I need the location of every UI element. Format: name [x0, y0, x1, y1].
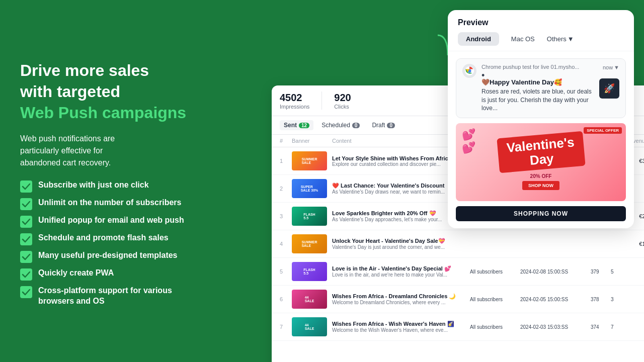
tab-android[interactable]: Android [458, 32, 499, 46]
table-row: 6 44SALE Wishes From Africa - Dreamland … [272, 286, 644, 313]
svg-rect-2 [20, 216, 32, 228]
shop-now-button[interactable]: SHOP NOW [522, 181, 559, 190]
feature-text-4: Schedule and promote flash sales [38, 233, 169, 243]
impressions-label: Impressions [280, 104, 309, 110]
preview-title: Preview [458, 18, 624, 27]
check-icon-4 [20, 233, 32, 245]
notification-time: now ▼ [603, 64, 619, 70]
right-panel: 4502 Impressions 920 Clicks Sent 12 Sche… [257, 0, 644, 362]
check-icon-1 [20, 180, 32, 193]
banner-thumb-2: SUPERSALE 30% [292, 179, 327, 198]
shopping-now-button[interactable]: SHOPPING NOW [456, 206, 626, 221]
feature-item-5: Many useful pre-designed templates [20, 250, 236, 263]
tab-sent[interactable]: Sent 12 [280, 120, 313, 130]
feature-text-5: Many useful pre-designed templates [38, 250, 178, 261]
tab-others[interactable]: Others ▼ [547, 35, 574, 43]
feature-item-7: Cross-platform support for variousbrowse… [20, 286, 236, 307]
feature-text-7: Cross-platform support for variousbrowse… [38, 286, 172, 307]
special-offer-badge: SPECIAL OFFER [584, 127, 622, 134]
notification-text: Roses are red, violets are blue, our dea… [481, 87, 595, 113]
notification-meta: Chrome pushup test for live 01.mysho... … [481, 64, 619, 113]
table-row: 4 SUMMERSALE Unlock Your Heart - Valenti… [272, 230, 644, 258]
banner-thumb-6: 44SALE [292, 290, 327, 309]
impressions-stat: 4502 Impressions [280, 92, 309, 110]
banner-thumb-4: SUMMERSALE [292, 234, 327, 253]
tab-macos[interactable]: Mac OS [503, 32, 543, 46]
tab-scheduled[interactable]: Scheduled 0 [317, 120, 364, 130]
notification-image: 🚀 [599, 78, 619, 99]
notification-title: 🤎Happy Valentine Day🥰 [481, 78, 595, 86]
check-icon-6 [20, 268, 32, 281]
svg-rect-6 [20, 286, 32, 298]
feature-text-1: Subscribe with just one click [38, 180, 149, 191]
svg-rect-3 [20, 233, 32, 245]
table-row: 5 FLASH5.5 Love is in the Air - Valentin… [272, 258, 644, 286]
banner-thumb-3: FLASH5.5 [292, 207, 327, 226]
preview-card: Preview Android Mac OS Others ▼ [448, 10, 634, 228]
notification-source: Chrome pushup test for live 01.mysho... [481, 64, 579, 70]
feature-item-2: Unlimit on the number of subscribers [20, 198, 236, 210]
feature-text-6: Quickly create PWA [38, 268, 114, 279]
feature-item-3: Unified popup for email and web push [20, 215, 236, 228]
check-icon-7 [20, 286, 32, 298]
hero-description: Web push notifications areparticularly e… [20, 133, 236, 169]
check-icon-5 [20, 251, 32, 263]
feature-text-2: Unlimit on the number of subscribers [38, 198, 181, 208]
chrome-icon [462, 64, 476, 78]
banner-thumb-5: FLASH5.5 [292, 262, 327, 281]
feature-item-4: Schedule and promote flash sales [20, 233, 236, 245]
svg-rect-0 [20, 180, 32, 193]
notification-bar: Chrome pushup test for live 01.mysho... … [456, 58, 626, 118]
feature-item-6: Quickly create PWA [20, 268, 236, 281]
preview-tabs: Android Mac OS Others ▼ [458, 32, 624, 46]
feature-text-3: Unified popup for email and web push [38, 215, 184, 226]
banner-thumb-1: SUMMERSALE [292, 151, 327, 170]
tab-draft[interactable]: Draft 0 [368, 120, 399, 130]
table-row: 7 44SALE Wishes From Africa - Wish Weave… [272, 313, 644, 341]
svg-rect-1 [20, 198, 32, 210]
feature-list: Subscribe with just one click Unlimit on… [20, 180, 236, 307]
clicks-label: Clicks [334, 104, 351, 110]
banner-thumb-7: 44SALE [292, 317, 327, 336]
check-icon-2 [20, 198, 32, 210]
svg-rect-5 [20, 268, 32, 281]
clicks-value: 920 [334, 92, 351, 104]
feature-item-1: Subscribe with just one click [20, 180, 236, 193]
preview-body: Chrome pushup test for live 01.mysho... … [448, 51, 634, 228]
stats-divider [321, 92, 322, 110]
valentine-title: Valentine'sDay [497, 131, 585, 173]
valentine-card-image: 💕💕 SPECIAL OFFER Valentine'sDay 20% OFF … [456, 123, 626, 201]
svg-rect-4 [20, 251, 32, 263]
clicks-stat: 920 Clicks [334, 92, 351, 110]
check-icon-3 [20, 216, 32, 228]
left-panel: Drive more sales with targeted Web Push … [0, 0, 257, 362]
preview-header: Preview Android Mac OS Others ▼ [448, 10, 634, 51]
discount-badge: 20% OFF [498, 173, 584, 179]
hero-title: Drive more sales with targeted Web Push … [20, 61, 236, 133]
impressions-value: 4502 [280, 92, 309, 104]
